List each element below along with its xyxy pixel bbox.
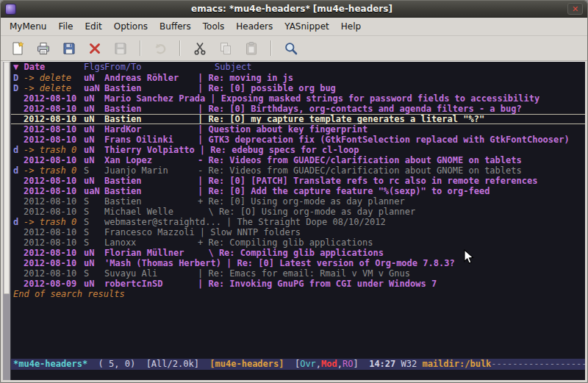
mark-flag — [13, 258, 24, 268]
subject-cell: | Re: moving in js — [198, 73, 293, 83]
from-cell: HardKor — [104, 124, 198, 135]
subject-cell: | Re: edebug specs for cl-loop — [200, 145, 359, 155]
mark-flag: d — [13, 165, 24, 176]
mark-flag: d — [13, 217, 24, 227]
mode-line-segment: [mu4e-headers] — [209, 359, 295, 369]
subject-cell: \ Re: [O] Using org-mode as day planner — [198, 207, 415, 217]
date-cell: 2012-08-10 — [24, 104, 84, 114]
mode-line-segment: W32 — [395, 359, 422, 369]
from-cell: Bastien — [104, 186, 198, 196]
message-row[interactable]: 2012-08-10uNBastien| Re: [0] [PATCH] Tra… — [11, 176, 585, 186]
paste-icon[interactable] — [242, 39, 261, 58]
window-menu-icon[interactable] — [5, 4, 16, 15]
menu-item-options[interactable]: Options — [108, 18, 154, 35]
mode-line-segment: -------------------------- — [491, 359, 585, 369]
message-row[interactable]: D-> deleteuNAndreas Röhler| Re: moving i… — [11, 73, 585, 83]
flags-cell: uN — [84, 155, 104, 165]
menu-item-mymenu[interactable]: MyMenu — [4, 18, 52, 35]
toolbar-separator — [270, 40, 272, 56]
message-row[interactable]: 2012-08-10uaNBastien| Re: [0] Add the ca… — [11, 186, 585, 196]
message-row[interactable]: 2012-08-10SBastien+ Re: [0] Using org-mo… — [11, 196, 585, 207]
menu-item-buffers[interactable]: Buffers — [154, 18, 197, 35]
menu-item-yasnippet[interactable]: YASnippet — [279, 18, 335, 35]
scrollbar[interactable] — [3, 62, 11, 380]
message-row[interactable]: 2012-08-10uNMario Sanchez Prada| Exposin… — [11, 93, 585, 104]
message-row[interactable]: 2012-08-10SMichael Welle \ Re: [O] Using… — [11, 207, 585, 217]
message-row[interactable]: 2012-08-10uNFrans Oilinki| GTK3 deprecat… — [11, 135, 585, 145]
search-icon[interactable] — [282, 39, 301, 58]
menu-item-help[interactable]: Help — [335, 18, 367, 35]
mark-flag — [13, 93, 24, 104]
close-button[interactable]: ✕ — [567, 3, 583, 15]
message-row[interactable]: d-> trash 0SJuanjo Marin- Re: Videos fro… — [11, 165, 585, 176]
flags-cell: uN — [84, 258, 104, 268]
mode-line-segment: maildir:/bulk — [422, 359, 491, 369]
close-icon[interactable] — [85, 39, 104, 58]
mark-flag — [13, 115, 24, 124]
new-file-icon[interactable] — [8, 39, 27, 58]
from-cell: 'Mash (Thomas Herbert) — [104, 258, 226, 268]
mark-flag — [13, 227, 24, 237]
message-row[interactable]: 2012-08-10SSuvayu Ali| Re: Emacs for ema… — [11, 268, 585, 279]
column-header-from[interactable]: From/To — [104, 62, 203, 73]
subject-cell: - Re: Videos from GUADEC/clarification a… — [198, 165, 522, 176]
column-header-date[interactable]: ▼ Date — [13, 62, 84, 73]
message-row[interactable]: d-> trash 0uNThierry Volpiatto| Re: edeb… — [11, 145, 585, 155]
message-row[interactable]: 2012-08-10uNXan Lopez- Re: Videos from G… — [11, 155, 585, 165]
column-header-flags[interactable]: Flgs — [84, 62, 104, 73]
copy-icon[interactable] — [216, 39, 235, 58]
message-row[interactable]: 2012-08-10uNBastien| Re: [O] my capture … — [11, 114, 585, 124]
save-as-icon[interactable] — [111, 39, 130, 58]
menu-item-tools[interactable]: Tools — [197, 18, 231, 35]
flags-cell: uN — [84, 104, 104, 114]
subject-cell: \ Re: Compiling glib applications — [198, 248, 384, 258]
mark-target-cell: -> trash 0 — [24, 145, 84, 155]
message-row[interactable]: 2012-08-10uNBastien| Re: [0] Birthdays, … — [11, 104, 585, 114]
flags-cell: uaN — [84, 186, 104, 196]
tool-bar — [1, 36, 587, 61]
mark-flag — [13, 135, 24, 145]
mark-flag — [13, 237, 24, 248]
date-cell: 2012-08-10 — [24, 207, 84, 217]
scrollbar-thumb[interactable] — [4, 62, 10, 294]
message-row[interactable]: 2012-08-09uNrobertcInSD| Re: Invoking Gn… — [11, 279, 585, 289]
from-cell: Bastien — [104, 83, 198, 93]
mark-target-cell: -> trash 0 — [24, 165, 84, 176]
mark-flag — [13, 124, 24, 135]
message-row[interactable]: 2012-08-10uNHardKor| Question about key … — [11, 124, 585, 135]
echo-area — [11, 370, 585, 380]
from-cell: Frans Oilinki — [104, 135, 198, 145]
message-row[interactable]: d-> trash 0Swebmaster@straightd...| The … — [11, 217, 585, 227]
date-cell: 2012-08-10 — [24, 115, 84, 124]
header-line: ▼ Date Flgs From/To Subject — [11, 62, 585, 73]
message-row[interactable]: 2012-08-10SFrancesco Mazzoli| Slow NNTP … — [11, 227, 585, 237]
from-cell: Xan Lopez — [104, 155, 198, 165]
flags-cell: uN — [84, 115, 104, 124]
date-cell: 2012-08-10 — [24, 124, 84, 135]
flags-cell: uN — [84, 124, 104, 135]
from-cell: Suvayu Ali — [104, 268, 198, 279]
print-icon[interactable] — [34, 39, 53, 58]
cut-icon[interactable] — [190, 39, 209, 58]
flags-cell: S — [84, 207, 104, 217]
flags-cell: S — [84, 217, 104, 227]
subject-cell: | GTK3 deprecation fix (GtkFontSelection… — [198, 135, 570, 145]
subject-cell: + Re: Compiling glib applications — [198, 237, 373, 248]
save-icon[interactable] — [60, 39, 79, 58]
date-cell: 2012-08-09 — [24, 279, 84, 289]
column-header-subject[interactable]: Subject — [203, 62, 252, 73]
message-row[interactable]: 2012-08-10uN'Mash (Thomas Herbert)| Re: … — [11, 258, 585, 268]
message-row[interactable]: D-> deleteuaNBastien| Re: [0] possible o… — [11, 83, 585, 93]
menu-item-edit[interactable]: Edit — [79, 18, 108, 35]
mark-flag — [13, 155, 24, 165]
subject-cell: | Re: Emacs for email: Rmail v VM v Gnus — [198, 268, 410, 279]
message-row[interactable]: 2012-08-10SLanoxx+ Re: Compiling glib ap… — [11, 237, 585, 248]
undo-icon[interactable] — [151, 39, 170, 58]
subject-cell: | The Straight Dope 08/10/2012 — [226, 217, 386, 227]
message-row[interactable]: 2012-08-10uNFlorian Müllner \ Re: Compil… — [11, 248, 585, 258]
menu-item-file[interactable]: File — [52, 18, 79, 35]
date-cell: 2012-08-10 — [24, 248, 84, 258]
mark-flag: d — [13, 145, 24, 155]
flags-cell: uN — [84, 135, 104, 145]
menu-item-headers[interactable]: Headers — [230, 18, 279, 35]
